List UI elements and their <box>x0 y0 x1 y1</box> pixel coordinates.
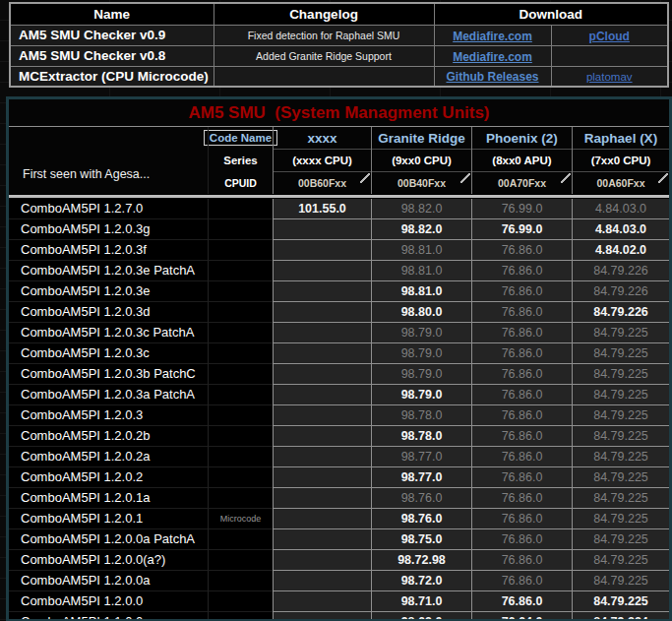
download-link-mediafire[interactable]: Mediafire.com <box>453 50 532 64</box>
smu-version-cell[interactable]: 76.86.0 <box>471 467 572 488</box>
smu-version-cell[interactable]: 101.55.0 <box>273 199 371 219</box>
agesa-version-cell[interactable]: ComboAM5PI 1.2.0.0 <box>9 591 209 612</box>
agesa-version-cell[interactable]: ComboAM5PI 1.2.0.3 <box>9 405 209 426</box>
smu-version-cell[interactable] <box>273 302 371 323</box>
smu-version-cell[interactable]: 84.79.225 <box>572 385 669 405</box>
smu-version-cell[interactable]: 98.76.0 <box>371 509 471 529</box>
smu-version-cell[interactable]: 76.86.0 <box>471 323 572 343</box>
smu-version-cell[interactable]: 76.86.0 <box>471 385 572 405</box>
download-link-pcloud[interactable]: pCloud <box>589 30 630 43</box>
smu-version-cell[interactable]: 98.72.0 <box>371 571 471 591</box>
agesa-version-cell[interactable]: ComboAM5PI 1.2.7.0 <box>9 199 209 219</box>
smu-version-cell[interactable]: 98.79.0 <box>371 323 471 343</box>
agesa-version-cell[interactable]: ComboAM5PI 1.2.0.0a PatchA <box>9 529 209 550</box>
agesa-version-cell[interactable]: ComboAM5PI 1.2.0.3e PatchA <box>9 261 209 281</box>
smu-version-cell[interactable]: 98.75.0 <box>371 529 471 550</box>
smu-version-cell[interactable]: 4.84.02.0 <box>572 240 669 261</box>
smu-version-cell[interactable]: 98.79.0 <box>371 343 471 364</box>
smu-version-cell[interactable]: 76.86.0 <box>471 509 572 529</box>
download-link-platomav[interactable]: platomav <box>586 71 633 83</box>
agesa-version-cell[interactable]: ComboAM5PI 1.2.0.3c <box>9 343 209 364</box>
download-link-mediafire[interactable]: Mediafire.com <box>453 30 532 43</box>
smu-version-cell[interactable]: 76.86.0 <box>471 364 572 385</box>
smu-version-cell[interactable]: 84.79.225 <box>572 405 669 426</box>
agesa-version-cell[interactable]: ComboAM5PI 1.2.0.3c PatchA <box>9 323 209 343</box>
agesa-version-cell[interactable]: ComboAM5PI 1.2.0.3e <box>9 281 209 302</box>
smu-version-cell[interactable]: 76.86.0 <box>471 302 572 323</box>
smu-version-cell[interactable] <box>273 323 371 343</box>
agesa-version-cell[interactable]: ComboAM5PI 1.2.0.3a PatchA <box>9 385 209 405</box>
smu-version-cell[interactable] <box>273 447 371 467</box>
smu-version-cell[interactable]: 84.79.225 <box>572 529 669 550</box>
download-link-github-releases[interactable]: Github Releases <box>446 70 538 84</box>
smu-version-cell[interactable]: 84.79.225 <box>572 343 669 364</box>
smu-version-cell[interactable]: 76.86.0 <box>471 447 572 467</box>
smu-version-cell[interactable]: 84.79.224 <box>572 612 669 621</box>
smu-version-cell[interactable]: 98.80.0 <box>371 302 471 323</box>
smu-version-cell[interactable] <box>273 426 371 447</box>
smu-version-cell[interactable]: 84.79.225 <box>572 447 669 467</box>
smu-version-cell[interactable] <box>273 571 371 591</box>
smu-version-cell[interactable]: 84.79.225 <box>572 426 669 447</box>
smu-version-cell[interactable] <box>273 509 371 529</box>
smu-version-cell[interactable]: 98.71.0 <box>371 591 471 612</box>
agesa-version-cell[interactable]: ComboAM5PI 1.2.0.3b PatchC <box>9 364 209 385</box>
agesa-version-cell[interactable]: ComboAM5PI 1.2.0.2b <box>9 426 209 447</box>
smu-version-cell[interactable]: 84.79.225 <box>572 488 669 509</box>
smu-version-cell[interactable] <box>273 240 371 261</box>
smu-version-cell[interactable] <box>273 364 371 385</box>
smu-version-cell[interactable]: 84.79.225 <box>572 509 669 529</box>
agesa-version-cell[interactable]: ComboAM5PI 1.2.0.3f <box>9 240 209 261</box>
smu-version-cell[interactable]: 84.79.226 <box>572 281 669 302</box>
agesa-version-cell[interactable]: ComboAM5PI 1.2.0.2 <box>9 467 209 488</box>
smu-version-cell[interactable] <box>273 529 371 550</box>
smu-version-cell[interactable]: 76.86.0 <box>471 281 572 302</box>
agesa-version-cell[interactable]: ComboAM5PI 1.2.0.1 <box>9 509 209 529</box>
smu-version-cell[interactable]: 4.84.03.0 <box>572 219 669 240</box>
smu-version-cell[interactable]: 76.86.0 <box>471 571 572 591</box>
smu-version-cell[interactable]: 98.81.0 <box>371 240 471 261</box>
smu-version-cell[interactable] <box>273 261 371 281</box>
smu-version-cell[interactable]: 98.76.0 <box>371 488 471 509</box>
smu-version-cell[interactable]: 84.79.226 <box>572 261 669 281</box>
smu-version-cell[interactable]: 76.86.0 <box>471 529 572 550</box>
smu-version-cell[interactable]: 4.84.03.0 <box>572 199 669 219</box>
smu-version-cell[interactable]: 84.79.225 <box>572 323 669 343</box>
smu-version-cell[interactable] <box>273 405 371 426</box>
agesa-version-cell[interactable]: ComboAM5PI 1.2.0.0(a?) <box>9 550 209 571</box>
smu-version-cell[interactable]: 98.81.0 <box>371 261 471 281</box>
smu-version-cell[interactable]: 84.79.225 <box>572 591 669 612</box>
smu-version-cell[interactable]: 84.79.225 <box>572 467 669 488</box>
smu-version-cell[interactable]: 76.86.0 <box>471 591 572 612</box>
smu-version-cell[interactable] <box>273 612 371 621</box>
smu-version-cell[interactable] <box>273 591 371 612</box>
smu-version-cell[interactable]: 84.79.225 <box>572 550 669 571</box>
smu-version-cell[interactable]: 76.86.0 <box>471 550 572 571</box>
smu-version-cell[interactable] <box>273 219 371 240</box>
smu-version-cell[interactable]: 76.86.0 <box>471 426 572 447</box>
smu-version-cell[interactable]: 76.86.0 <box>471 261 572 281</box>
agesa-version-cell[interactable]: ComboAM5PI 1.2.0.3g <box>9 219 209 240</box>
smu-version-cell[interactable]: 98.79.0 <box>371 364 471 385</box>
smu-version-cell[interactable]: 98.77.0 <box>371 467 471 488</box>
smu-version-cell[interactable] <box>273 343 371 364</box>
smu-version-cell[interactable]: 76.86.0 <box>471 240 572 261</box>
agesa-version-cell[interactable]: ComboAM5PI 1.2.0.1a <box>9 488 209 509</box>
smu-version-cell[interactable]: 98.77.0 <box>371 447 471 467</box>
smu-version-cell[interactable]: 98.63.0 <box>371 612 471 621</box>
smu-version-cell[interactable]: 76.86.0 <box>471 405 572 426</box>
smu-version-cell[interactable]: 84.79.226 <box>572 302 669 323</box>
smu-version-cell[interactable]: 84.79.225 <box>572 571 669 591</box>
smu-version-cell[interactable]: 98.79.0 <box>371 385 471 405</box>
smu-version-cell[interactable]: 76.86.0 <box>471 343 572 364</box>
smu-version-cell[interactable] <box>273 467 371 488</box>
smu-version-cell[interactable]: 98.81.0 <box>371 281 471 302</box>
agesa-version-cell[interactable]: ComboAM5PI 1.1.0.0 <box>9 612 209 621</box>
smu-version-cell[interactable]: 98.72.98 <box>371 550 471 571</box>
agesa-version-cell[interactable]: ComboAM5PI 1.2.0.0a <box>9 571 209 591</box>
smu-version-cell[interactable] <box>273 550 371 571</box>
agesa-version-cell[interactable]: ComboAM5PI 1.2.0.3d <box>9 302 209 323</box>
smu-version-cell[interactable]: 76.64.0 <box>471 612 572 621</box>
smu-version-cell[interactable]: 98.82.0 <box>371 199 471 219</box>
smu-version-cell[interactable] <box>273 281 371 302</box>
